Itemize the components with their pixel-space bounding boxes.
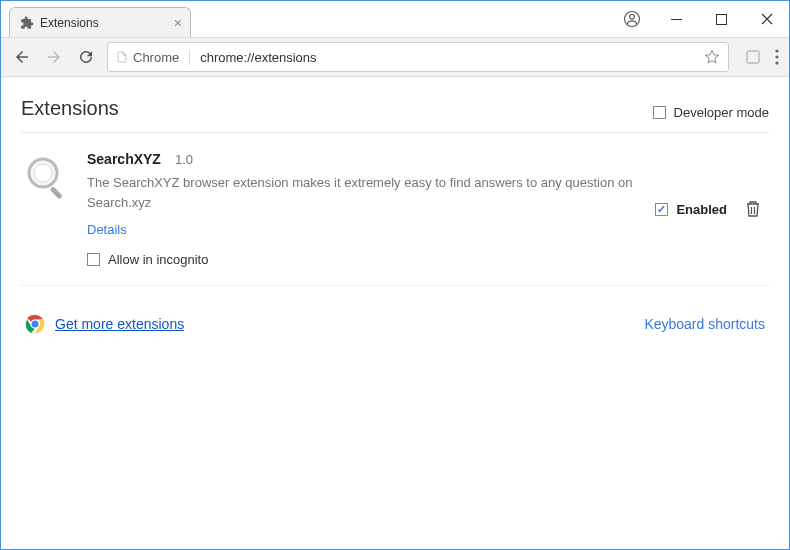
checkbox-icon[interactable]: [653, 106, 666, 119]
minimize-button[interactable]: [654, 1, 699, 37]
svg-point-9: [34, 164, 52, 182]
checkbox-checked-icon[interactable]: [655, 203, 668, 216]
extension-row: SearchXYZ 1.0 The SearchXYZ browser exte…: [21, 133, 769, 286]
svg-point-6: [775, 55, 778, 58]
document-icon: [116, 51, 128, 63]
extension-controls: Enabled: [655, 151, 761, 267]
browser-toolbar: Chrome chrome://extensions: [1, 37, 789, 77]
extension-body: SearchXYZ 1.0 The SearchXYZ browser exte…: [87, 151, 641, 267]
get-more-link[interactable]: Get more extensions: [55, 316, 184, 332]
checkbox-icon[interactable]: [87, 253, 100, 266]
svg-point-7: [775, 61, 778, 64]
omnibox-origin-chip: Chrome: [116, 50, 190, 65]
page-content: Extensions Developer mode SearchXYZ 1.0 …: [1, 77, 789, 334]
footer-row: Get more extensions Keyboard shortcuts: [21, 314, 769, 334]
enabled-toggle[interactable]: Enabled: [655, 202, 727, 217]
omnibox-url: chrome://extensions: [190, 50, 704, 65]
trash-icon[interactable]: [745, 200, 761, 218]
extension-toolbar-icon[interactable]: [745, 49, 761, 65]
allow-incognito-label: Allow in incognito: [108, 252, 208, 267]
keyboard-shortcuts-link[interactable]: Keyboard shortcuts: [644, 316, 765, 332]
developer-mode-toggle[interactable]: Developer mode: [653, 105, 769, 120]
close-window-button[interactable]: [744, 1, 789, 37]
user-icon[interactable]: [609, 1, 654, 37]
window-controls: [609, 1, 789, 37]
svg-point-1: [629, 15, 634, 20]
bookmark-star-icon[interactable]: [704, 49, 720, 65]
extension-description: The SearchXYZ browser extension makes it…: [87, 173, 641, 212]
developer-mode-label: Developer mode: [674, 105, 769, 120]
chrome-logo-icon: [25, 314, 45, 334]
svg-point-13: [32, 321, 39, 328]
tab-bar: Extensions ×: [9, 7, 191, 37]
svg-point-5: [775, 49, 778, 52]
toolbar-right: [745, 49, 779, 65]
svg-rect-2: [671, 19, 682, 20]
address-bar[interactable]: Chrome chrome://extensions: [107, 42, 729, 72]
svg-rect-4: [747, 51, 759, 63]
puzzle-icon: [20, 16, 34, 30]
back-button[interactable]: [11, 46, 33, 68]
menu-icon[interactable]: [775, 49, 779, 65]
get-more-extensions: Get more extensions: [25, 314, 184, 334]
forward-button[interactable]: [43, 46, 65, 68]
maximize-button[interactable]: [699, 1, 744, 37]
close-tab-icon[interactable]: ×: [174, 15, 182, 31]
extension-name: SearchXYZ: [87, 151, 161, 167]
allow-incognito-toggle[interactable]: Allow in incognito: [87, 252, 641, 267]
page-title: Extensions: [21, 97, 119, 120]
extension-version: 1.0: [175, 152, 193, 167]
tab-title: Extensions: [40, 16, 99, 30]
magnifier-icon: [21, 151, 73, 203]
page-header: Extensions Developer mode: [21, 97, 769, 133]
enabled-label: Enabled: [676, 202, 727, 217]
browser-tab[interactable]: Extensions ×: [9, 7, 191, 37]
svg-rect-3: [717, 14, 727, 24]
svg-rect-10: [49, 186, 62, 199]
reload-button[interactable]: [75, 46, 97, 68]
details-link[interactable]: Details: [87, 222, 127, 237]
